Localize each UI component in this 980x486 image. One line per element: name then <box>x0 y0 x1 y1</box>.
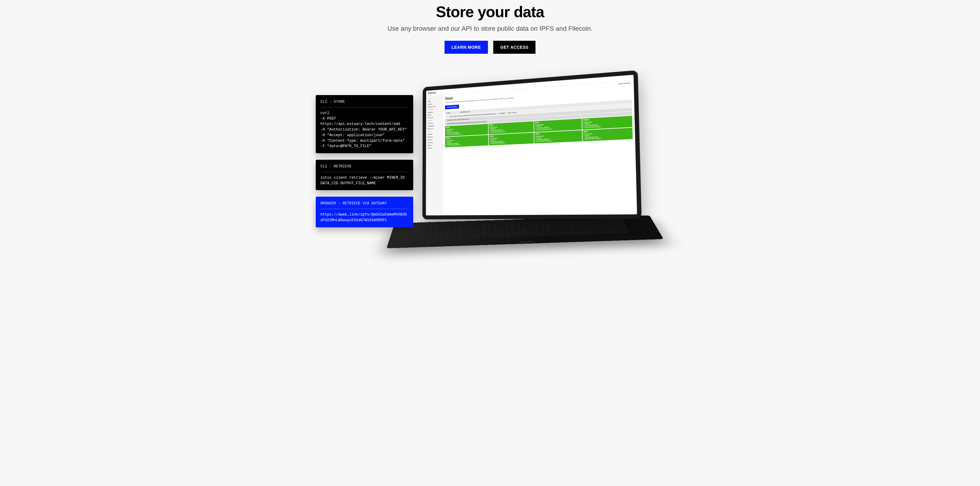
page-subtitle: Use any browser and our API to store pub… <box>0 25 980 32</box>
miner-cell: f8240bActiveOnChain+ STATUS+ PROPOSAL RE… <box>534 130 582 143</box>
cli-retrieve-body: lotus client retrieve --miner MINER_ID D… <box>320 175 409 186</box>
get-access-button[interactable]: GET ACCESS <box>493 41 536 54</box>
hero-illustration: MacBook Pro Estuary HomeFilesUploadUploa… <box>316 77 664 266</box>
cli-store-body: curl -X POST https://api.estuary.tech/co… <box>320 110 409 149</box>
miner-cell: f0245e7ActiveOnChain+ STATUS+ PROPOSAL R… <box>488 133 534 146</box>
browser-gateway-card: BROWSER → RETRIEVE VIA GATEWAY https://d… <box>316 197 413 227</box>
miner-cell: f04976bActiveOnChain+ STATUS+ PROPOSAL R… <box>445 135 488 147</box>
sidebar-item-invites[interactable]: Invites <box>426 146 442 150</box>
upload-data-button[interactable]: UPLOAD DATA <box>445 105 459 109</box>
laptop-brand-label: MacBook Pro <box>520 241 534 243</box>
cli-store-card: CLI → STORE curl -X POST https://api.est… <box>316 95 413 153</box>
miner-cell: f83549ActiveOnChain+ STATUS+ PROPOSAL RE… <box>582 128 633 141</box>
app-sidebar: HomeFilesUploadUpload CIDDevelopersStagi… <box>426 95 442 215</box>
miner-cell: f83549ActiveOnChain+ STATUS+ PROPOSAL RE… <box>488 121 534 134</box>
cli-retrieve-card: CLI → RETRIEVE lotus client retrieve --m… <box>316 160 413 190</box>
miner-cell: f8240bActiveOnChain+ STATUS+ PROPOSAL RE… <box>445 124 488 137</box>
arrow-icon: → <box>329 100 332 104</box>
arrow-icon: → <box>338 202 340 205</box>
miner-cell: f0492030ActiveOnChain+ STATUS+ PROPOSAL … <box>582 116 632 130</box>
arrow-icon: → <box>329 164 332 168</box>
miner-cell: f01000ActiveOnChain+ STATUS+ PROPOSAL RE… <box>534 118 582 132</box>
page-title: Store your data <box>0 3 980 21</box>
laptop-mockup: MacBook Pro Estuary HomeFilesUploadUploa… <box>410 77 652 237</box>
learn-more-button[interactable]: LEARN MORE <box>444 41 488 54</box>
browser-gateway-body: https://dweb.link/ipfs/QmSX2wCbAeMVXB3Gd… <box>320 212 409 223</box>
